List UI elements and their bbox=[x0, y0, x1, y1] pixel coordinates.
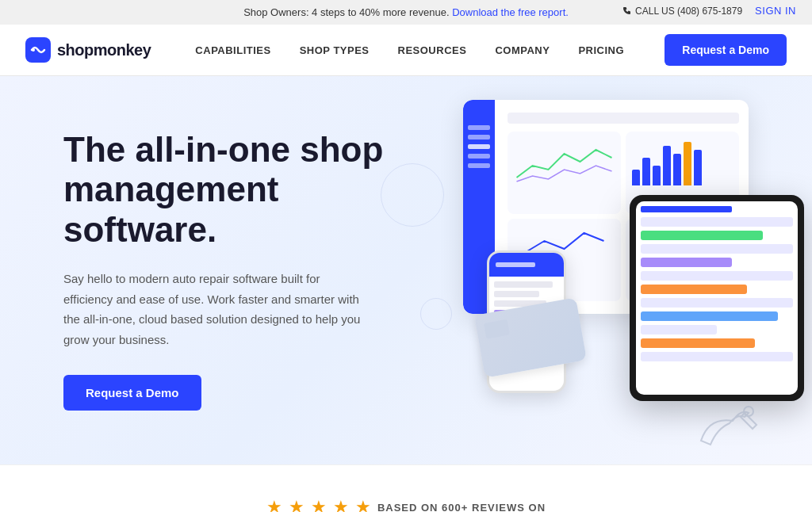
sidebar-item-4 bbox=[468, 154, 490, 159]
tablet-row-3 bbox=[641, 271, 793, 281]
phone-icon bbox=[622, 6, 632, 16]
phone-header-bar bbox=[496, 262, 535, 267]
nav-links: CAPABILITIES SHOP TYPES RESOURCES COMPAN… bbox=[182, 38, 665, 63]
nav-capabilities[interactable]: CAPABILITIES bbox=[182, 38, 283, 63]
hero-subtitle: Say hello to modern auto repair software… bbox=[63, 269, 365, 350]
bar-4 bbox=[663, 146, 671, 185]
star-5: ★ bbox=[355, 497, 371, 512]
star-3: ★ bbox=[311, 497, 327, 512]
bar-3 bbox=[653, 166, 661, 185]
banner-link[interactable]: Download the free report. bbox=[452, 6, 569, 18]
tablet-row-4 bbox=[641, 298, 793, 308]
nav-shop-types[interactable]: SHOP TYPES bbox=[287, 38, 382, 63]
line-chart-card bbox=[508, 132, 621, 214]
phone-number-label: CALL US (408) 675-1879 bbox=[635, 6, 742, 17]
main-nav: shopmonkey CAPABILITIES SHOP TYPES RESOU… bbox=[0, 25, 812, 76]
star-4: ★ bbox=[333, 497, 349, 512]
tablet-row-6 bbox=[641, 352, 793, 361]
top-right-bar: CALL US (408) 675-1879 SIGN IN bbox=[622, 5, 796, 17]
search-bar-mockup bbox=[508, 113, 739, 124]
bar-2 bbox=[642, 158, 650, 185]
bar-chart bbox=[632, 138, 733, 185]
wrench-illustration bbox=[693, 401, 772, 449]
tablet-row-5 bbox=[641, 325, 717, 334]
phone-row-1 bbox=[494, 281, 553, 288]
star-2: ★ bbox=[289, 497, 304, 512]
nav-pricing[interactable]: PRICING bbox=[565, 38, 637, 63]
tablet-screen bbox=[636, 201, 798, 395]
announcement-banner: Shop Owners: 4 steps to 40% more revenue… bbox=[0, 0, 812, 25]
phone-header bbox=[489, 253, 564, 277]
hero-cta-button[interactable]: Request a Demo bbox=[63, 375, 201, 411]
phone-row-2 bbox=[494, 291, 539, 297]
sidebar-item-2 bbox=[468, 135, 490, 139]
logo[interactable]: shopmonkey bbox=[25, 37, 151, 63]
card-chip bbox=[484, 319, 510, 339]
sidebar-item-1 bbox=[468, 125, 490, 130]
bar-7 bbox=[694, 150, 702, 185]
nav-request-demo-button[interactable]: Request a Demo bbox=[665, 34, 787, 66]
sidebar-item-5 bbox=[468, 163, 490, 168]
star-1: ★ bbox=[266, 497, 282, 512]
bar-5 bbox=[673, 154, 681, 185]
reviews-text: BASED ON 600+ REVIEWS ON bbox=[377, 502, 546, 513]
bottom-section: ★ ★ ★ ★ ★ BASED ON 600+ REVIEWS ON Googl… bbox=[0, 464, 812, 512]
hero-left: The all-in-one shop management software.… bbox=[63, 130, 396, 411]
tablet-row-2 bbox=[641, 244, 793, 254]
tablet-row-orange bbox=[641, 285, 747, 294]
sign-in-link[interactable]: SIGN IN bbox=[755, 5, 796, 17]
nav-company[interactable]: COMPANY bbox=[482, 38, 562, 63]
hero-section: The all-in-one shop management software.… bbox=[0, 76, 812, 464]
sidebar-item-3 bbox=[468, 144, 490, 149]
tablet-header-bar bbox=[641, 206, 732, 212]
bar-1 bbox=[632, 170, 640, 185]
logo-text: shopmonkey bbox=[57, 41, 151, 59]
tablet-row-purple bbox=[641, 258, 732, 267]
circle-decoration-2 bbox=[420, 298, 452, 330]
bar-6 bbox=[684, 142, 691, 185]
stars-row: ★ ★ ★ ★ ★ BASED ON 600+ REVIEWS ON bbox=[266, 497, 546, 512]
tablet-row-green bbox=[641, 231, 763, 240]
phone-label: CALL US (408) 675-1879 bbox=[622, 6, 742, 17]
logo-icon bbox=[25, 37, 51, 63]
tablet-row-blue bbox=[641, 311, 778, 321]
line-chart-svg bbox=[514, 138, 615, 185]
hero-title: The all-in-one shop management software. bbox=[63, 130, 396, 250]
tablet-row-orange2 bbox=[641, 338, 755, 348]
nav-resources[interactable]: RESOURCES bbox=[385, 38, 480, 63]
tablet-row-1 bbox=[641, 217, 793, 227]
banner-text: Shop Owners: 4 steps to 40% more revenue… bbox=[243, 6, 449, 18]
tablet-mockup bbox=[630, 195, 804, 401]
svg-point-1 bbox=[32, 48, 35, 52]
